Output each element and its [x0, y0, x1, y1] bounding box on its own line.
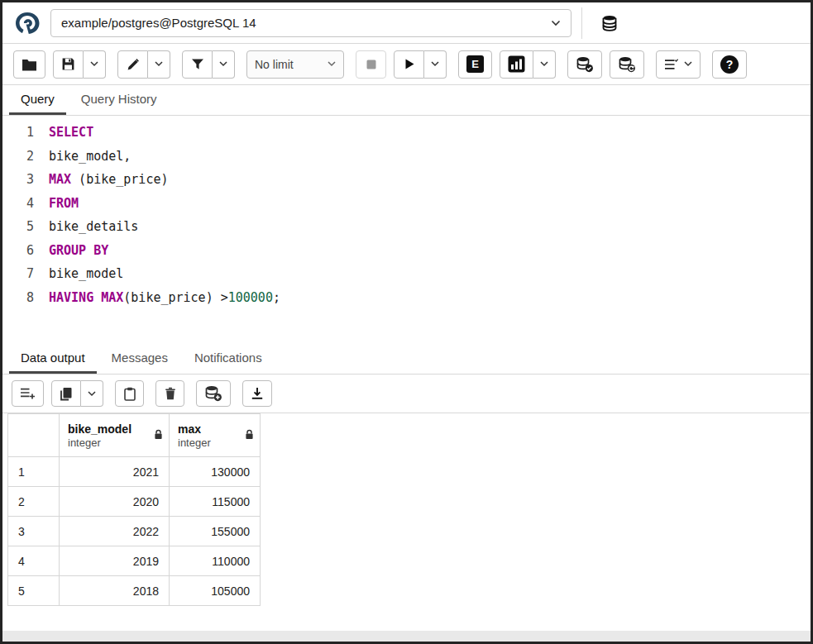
add-row-button[interactable] [12, 380, 44, 407]
tab-label: Query History [81, 92, 157, 106]
execute-dropdown-button[interactable] [424, 50, 447, 79]
lock-icon [245, 429, 254, 442]
sql-keyword: FROM [49, 196, 79, 211]
query-toolbar: No limit E [2, 44, 811, 85]
editor-gutter: 12345678 [2, 121, 49, 344]
data-cell[interactable]: 2022 [60, 517, 170, 546]
paste-button[interactable] [115, 380, 144, 407]
data-cell[interactable]: 2019 [60, 546, 170, 576]
data-cell[interactable]: 2018 [60, 576, 170, 606]
data-cell[interactable]: 2020 [60, 487, 170, 517]
line-number: 7 [2, 262, 49, 286]
column-header-max[interactable]: max integer [170, 414, 261, 457]
copy-icon [60, 387, 73, 401]
execute-button[interactable] [394, 50, 424, 79]
data-cell[interactable]: 130000 [170, 457, 261, 487]
copy-dropdown-button[interactable] [81, 380, 103, 407]
corner-header-cell[interactable] [8, 414, 60, 457]
results-grid: bike_model integer max integer 120211300… [7, 413, 261, 606]
explain-analyze-dropdown-button[interactable] [533, 50, 556, 79]
row-number-cell[interactable]: 4 [8, 546, 60, 576]
pgadmin-logo-icon [11, 8, 44, 38]
query-tab-bar: Query Query History [2, 85, 811, 116]
row-limit-select[interactable]: No limit [246, 50, 344, 79]
help-button[interactable]: ? [712, 50, 747, 79]
tab-notifications[interactable]: Notifications [183, 344, 274, 374]
chevron-down-icon [155, 61, 163, 67]
row-limit-value: No limit [255, 58, 294, 71]
output-tab-bar: Data output Messages Notifications [2, 344, 811, 374]
sql-text: (bike_price) > [123, 290, 227, 305]
chevron-down-icon [684, 61, 692, 67]
line-number: 1 [2, 121, 49, 145]
column-type: integer [68, 436, 147, 449]
download-button[interactable] [242, 380, 272, 407]
stop-button[interactable] [356, 50, 386, 79]
connection-selector[interactable]: example/postgres@PostgreSQL 14 [50, 9, 571, 37]
line-number: 8 [2, 286, 49, 310]
sql-text [93, 290, 101, 305]
sql-editor[interactable]: 12345678 SELECTbike_model,MAX (bike_pric… [2, 116, 811, 344]
sql-keyword: MAX [101, 290, 123, 305]
code-line[interactable]: bike_model, [49, 145, 811, 169]
chevron-down-icon [219, 61, 227, 67]
commit-button[interactable] [567, 50, 602, 79]
sql-number: 100000 [228, 290, 273, 305]
results-header: bike_model integer max integer [8, 414, 261, 457]
tab-data-output[interactable]: Data output [9, 344, 97, 374]
explain-analyze-button[interactable] [500, 50, 533, 79]
tab-messages[interactable]: Messages [100, 344, 179, 374]
funnel-icon [191, 58, 204, 70]
delete-button[interactable] [155, 380, 184, 407]
connection-bar: example/postgres@PostgreSQL 14 [2, 2, 811, 44]
data-cell[interactable]: 155000 [170, 517, 261, 546]
code-line[interactable]: bike_model [49, 262, 811, 286]
column-header-bike-model[interactable]: bike_model integer [60, 414, 170, 457]
filter-button-group [182, 50, 235, 79]
save-dropdown-button[interactable] [84, 50, 106, 79]
row-number-cell[interactable]: 3 [8, 517, 60, 546]
edit-button[interactable] [117, 50, 148, 79]
code-line[interactable]: bike_details [49, 215, 811, 239]
data-cell[interactable]: 105000 [170, 576, 261, 606]
row-number-cell[interactable]: 1 [8, 457, 60, 487]
edit-dropdown-button[interactable] [148, 50, 170, 79]
table-row: 22020115000 [8, 487, 261, 517]
editor-code[interactable]: SELECTbike_model,MAX (bike_price)FROMbik… [49, 121, 811, 344]
line-number: 2 [2, 145, 49, 169]
table-row: 32022155000 [8, 517, 261, 546]
explain-button[interactable]: E [458, 50, 492, 79]
filter-button[interactable] [182, 50, 213, 79]
results-panel: bike_model integer max integer 120211300… [2, 413, 811, 642]
new-connection-button[interactable] [592, 7, 627, 39]
tab-query[interactable]: Query [9, 85, 66, 115]
save-data-changes-button[interactable] [196, 380, 231, 407]
code-line[interactable]: MAX (bike_price) [49, 168, 811, 192]
database-check-icon [576, 56, 594, 73]
chevron-down-icon [90, 61, 98, 67]
code-line[interactable]: SELECT [49, 121, 811, 145]
row-number-cell[interactable]: 2 [8, 487, 60, 517]
data-cell[interactable]: 110000 [170, 546, 261, 576]
chevron-down-icon [431, 61, 439, 67]
code-line[interactable]: FROM [49, 192, 811, 216]
data-cell[interactable]: 115000 [170, 487, 261, 517]
horizontal-scrollbar[interactable] [2, 631, 811, 642]
explain-icon: E [466, 55, 484, 73]
pgadmin-query-tool-window: example/postgres@PostgreSQL 14 [0, 0, 813, 644]
row-number-cell[interactable]: 5 [8, 576, 60, 606]
code-line[interactable]: HAVING MAX(bike_price) >100000; [49, 286, 811, 310]
data-cell[interactable]: 2021 [60, 457, 170, 487]
open-file-button[interactable] [13, 50, 45, 79]
save-button[interactable] [53, 50, 84, 79]
sql-text: bike_model, [49, 149, 131, 164]
tab-query-history[interactable]: Query History [69, 85, 169, 115]
copy-button[interactable] [51, 380, 81, 407]
code-line[interactable]: GROUP BY [49, 239, 811, 263]
results-tbody: 1202113000022020115000320221550004201911… [8, 457, 261, 606]
macros-button[interactable] [656, 50, 701, 79]
rollback-button[interactable] [610, 50, 644, 79]
explain-analyze-chart-icon [508, 55, 525, 73]
line-number: 4 [2, 192, 49, 216]
filter-dropdown-button[interactable] [213, 50, 235, 79]
